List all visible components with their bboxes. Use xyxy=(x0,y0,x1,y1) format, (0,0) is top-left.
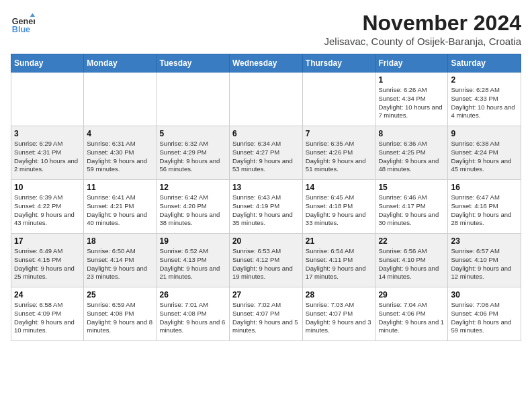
day-cell: 25Sunrise: 6:59 AM Sunset: 4:08 PM Dayli… xyxy=(84,287,157,341)
day-info: Sunrise: 7:03 AM Sunset: 4:07 PM Dayligh… xyxy=(306,301,373,335)
day-info: Sunrise: 6:26 AM Sunset: 4:34 PM Dayligh… xyxy=(378,86,445,120)
day-info: Sunrise: 6:59 AM Sunset: 4:08 PM Dayligh… xyxy=(87,301,153,335)
day-cell: 10Sunrise: 6:39 AM Sunset: 4:22 PM Dayli… xyxy=(11,180,84,234)
day-cell: 9Sunrise: 6:38 AM Sunset: 4:24 PM Daylig… xyxy=(448,126,521,180)
day-number: 27 xyxy=(232,290,300,300)
day-number: 18 xyxy=(87,236,153,246)
day-info: Sunrise: 6:35 AM Sunset: 4:26 PM Dayligh… xyxy=(306,140,373,174)
day-number: 2 xyxy=(451,75,518,85)
day-number: 3 xyxy=(14,129,81,138)
day-cell: 5Sunrise: 6:32 AM Sunset: 4:29 PM Daylig… xyxy=(157,126,229,180)
day-info: Sunrise: 6:29 AM Sunset: 4:31 PM Dayligh… xyxy=(14,140,81,174)
day-cell: 27Sunrise: 7:02 AM Sunset: 4:07 PM Dayli… xyxy=(229,287,302,341)
day-number: 4 xyxy=(87,129,153,138)
day-cell: 12Sunrise: 6:42 AM Sunset: 4:20 PM Dayli… xyxy=(157,180,229,234)
day-cell xyxy=(229,73,302,126)
day-info: Sunrise: 7:06 AM Sunset: 4:06 PM Dayligh… xyxy=(451,301,518,335)
day-cell: 26Sunrise: 7:01 AM Sunset: 4:08 PM Dayli… xyxy=(157,287,229,341)
day-info: Sunrise: 6:45 AM Sunset: 4:18 PM Dayligh… xyxy=(306,193,373,228)
day-cell xyxy=(84,73,157,126)
day-info: Sunrise: 6:47 AM Sunset: 4:16 PM Dayligh… xyxy=(451,193,518,228)
col-header-saturday: Saturday xyxy=(448,54,521,73)
week-row-4: 17Sunrise: 6:49 AM Sunset: 4:15 PM Dayli… xyxy=(11,234,521,287)
day-number: 25 xyxy=(87,290,153,300)
day-number: 29 xyxy=(378,290,445,300)
day-cell: 28Sunrise: 7:03 AM Sunset: 4:07 PM Dayli… xyxy=(302,287,375,341)
day-number: 19 xyxy=(160,236,226,246)
day-cell: 8Sunrise: 6:36 AM Sunset: 4:25 PM Daylig… xyxy=(375,126,448,180)
day-cell xyxy=(11,73,84,126)
day-info: Sunrise: 6:32 AM Sunset: 4:29 PM Dayligh… xyxy=(160,140,226,174)
day-number: 8 xyxy=(378,129,445,138)
day-info: Sunrise: 6:56 AM Sunset: 4:10 PM Dayligh… xyxy=(378,247,445,281)
location-subtitle: Jelisavac, County of Osijek-Baranja, Cro… xyxy=(324,36,521,47)
day-number: 24 xyxy=(14,290,81,300)
day-info: Sunrise: 7:01 AM Sunset: 4:08 PM Dayligh… xyxy=(160,301,226,335)
day-info: Sunrise: 6:52 AM Sunset: 4:13 PM Dayligh… xyxy=(160,247,226,281)
day-info: Sunrise: 6:28 AM Sunset: 4:33 PM Dayligh… xyxy=(451,86,518,120)
day-info: Sunrise: 6:49 AM Sunset: 4:15 PM Dayligh… xyxy=(14,247,81,281)
col-header-tuesday: Tuesday xyxy=(157,54,229,73)
day-number: 23 xyxy=(451,236,518,246)
day-number: 20 xyxy=(232,236,300,246)
svg-marker-2 xyxy=(30,13,35,17)
day-cell: 2Sunrise: 6:28 AM Sunset: 4:33 PM Daylig… xyxy=(448,73,521,126)
week-row-1: 1Sunrise: 6:26 AM Sunset: 4:34 PM Daylig… xyxy=(11,73,521,126)
day-info: Sunrise: 6:31 AM Sunset: 4:30 PM Dayligh… xyxy=(87,140,153,174)
day-cell: 18Sunrise: 6:50 AM Sunset: 4:14 PM Dayli… xyxy=(84,234,157,287)
day-cell: 22Sunrise: 6:56 AM Sunset: 4:10 PM Dayli… xyxy=(375,234,448,287)
day-number: 22 xyxy=(378,236,445,246)
logo: General Blue xyxy=(11,11,35,35)
week-row-5: 24Sunrise: 6:58 AM Sunset: 4:09 PM Dayli… xyxy=(11,287,521,341)
day-number: 1 xyxy=(378,75,445,85)
day-number: 26 xyxy=(160,290,226,300)
day-number: 17 xyxy=(14,236,81,246)
day-number: 14 xyxy=(306,183,373,192)
page-header: General Blue November 2024 Jelisavac, Co… xyxy=(11,11,521,47)
day-cell: 6Sunrise: 6:34 AM Sunset: 4:27 PM Daylig… xyxy=(229,126,302,180)
col-header-monday: Monday xyxy=(84,54,157,73)
day-info: Sunrise: 6:39 AM Sunset: 4:22 PM Dayligh… xyxy=(14,193,81,228)
day-cell: 19Sunrise: 6:52 AM Sunset: 4:13 PM Dayli… xyxy=(157,234,229,287)
day-number: 6 xyxy=(232,129,300,138)
month-title: November 2024 xyxy=(324,11,521,36)
logo-icon: General Blue xyxy=(11,11,35,35)
col-header-wednesday: Wednesday xyxy=(229,54,302,73)
day-info: Sunrise: 6:43 AM Sunset: 4:19 PM Dayligh… xyxy=(232,193,300,228)
day-cell: 4Sunrise: 6:31 AM Sunset: 4:30 PM Daylig… xyxy=(84,126,157,180)
col-header-sunday: Sunday xyxy=(11,54,84,73)
week-row-2: 3Sunrise: 6:29 AM Sunset: 4:31 PM Daylig… xyxy=(11,126,521,180)
day-info: Sunrise: 6:36 AM Sunset: 4:25 PM Dayligh… xyxy=(378,140,445,174)
day-cell: 30Sunrise: 7:06 AM Sunset: 4:06 PM Dayli… xyxy=(448,287,521,341)
day-number: 21 xyxy=(306,236,373,246)
day-number: 16 xyxy=(451,183,518,192)
day-cell: 23Sunrise: 6:57 AM Sunset: 4:10 PM Dayli… xyxy=(448,234,521,287)
day-info: Sunrise: 6:57 AM Sunset: 4:10 PM Dayligh… xyxy=(451,247,518,281)
day-cell: 11Sunrise: 6:41 AM Sunset: 4:21 PM Dayli… xyxy=(84,180,157,234)
day-number: 10 xyxy=(14,183,81,192)
day-cell: 7Sunrise: 6:35 AM Sunset: 4:26 PM Daylig… xyxy=(302,126,375,180)
day-cell: 29Sunrise: 7:04 AM Sunset: 4:06 PM Dayli… xyxy=(375,287,448,341)
day-info: Sunrise: 6:53 AM Sunset: 4:12 PM Dayligh… xyxy=(232,247,300,281)
day-number: 30 xyxy=(451,290,518,300)
day-info: Sunrise: 6:41 AM Sunset: 4:21 PM Dayligh… xyxy=(87,193,153,228)
week-row-3: 10Sunrise: 6:39 AM Sunset: 4:22 PM Dayli… xyxy=(11,180,521,234)
day-cell: 17Sunrise: 6:49 AM Sunset: 4:15 PM Dayli… xyxy=(11,234,84,287)
day-info: Sunrise: 6:50 AM Sunset: 4:14 PM Dayligh… xyxy=(87,247,153,281)
column-headers: SundayMondayTuesdayWednesdayThursdayFrid… xyxy=(11,54,521,73)
day-cell: 15Sunrise: 6:46 AM Sunset: 4:17 PM Dayli… xyxy=(375,180,448,234)
day-cell xyxy=(302,73,375,126)
day-info: Sunrise: 6:58 AM Sunset: 4:09 PM Dayligh… xyxy=(14,301,81,335)
day-number: 5 xyxy=(160,129,226,138)
day-info: Sunrise: 6:54 AM Sunset: 4:11 PM Dayligh… xyxy=(306,247,373,281)
calendar-table: SundayMondayTuesdayWednesdayThursdayFrid… xyxy=(11,54,521,341)
calendar-body: 1Sunrise: 6:26 AM Sunset: 4:34 PM Daylig… xyxy=(11,73,521,341)
day-cell: 14Sunrise: 6:45 AM Sunset: 4:18 PM Dayli… xyxy=(302,180,375,234)
day-cell: 21Sunrise: 6:54 AM Sunset: 4:11 PM Dayli… xyxy=(302,234,375,287)
day-info: Sunrise: 7:04 AM Sunset: 4:06 PM Dayligh… xyxy=(378,301,445,335)
day-info: Sunrise: 6:42 AM Sunset: 4:20 PM Dayligh… xyxy=(160,193,226,228)
title-area: November 2024 Jelisavac, County of Osije… xyxy=(324,11,521,47)
day-number: 7 xyxy=(306,129,373,138)
col-header-thursday: Thursday xyxy=(302,54,375,73)
day-cell: 3Sunrise: 6:29 AM Sunset: 4:31 PM Daylig… xyxy=(11,126,84,180)
